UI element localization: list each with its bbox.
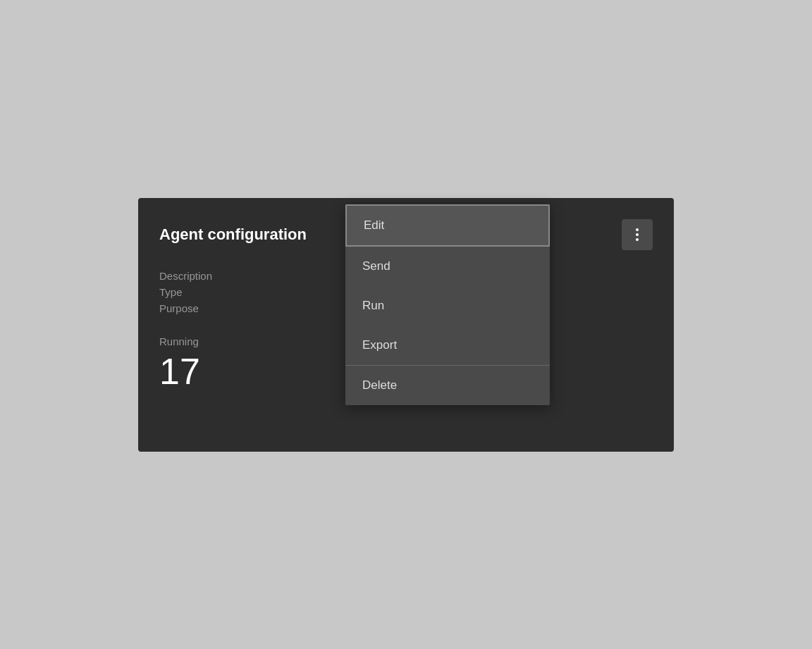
dropdown-item-export[interactable]: Export <box>345 326 550 365</box>
dropdown-item-send[interactable]: Send <box>345 247 550 286</box>
dot-3 <box>636 238 639 241</box>
dot-1 <box>636 228 639 231</box>
card-title: Agent configuration <box>159 225 307 244</box>
vertical-dots-icon <box>636 228 639 241</box>
dropdown-menu: Edit Send Run Export Delete <box>345 204 550 405</box>
more-options-button[interactable] <box>622 219 653 250</box>
dropdown-item-delete[interactable]: Delete <box>345 366 550 405</box>
dropdown-item-run[interactable]: Run <box>345 286 550 326</box>
dropdown-item-edit[interactable]: Edit <box>345 204 550 247</box>
dot-2 <box>636 233 639 236</box>
